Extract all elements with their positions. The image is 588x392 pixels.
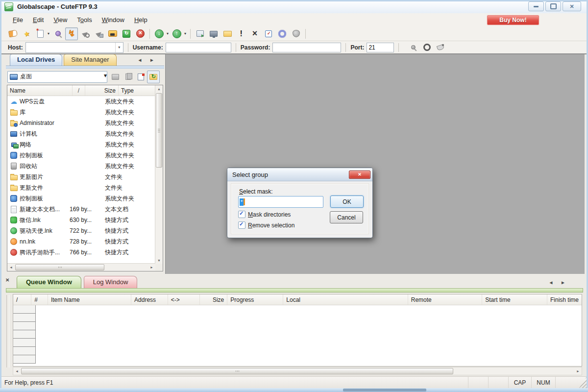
disconnect-button[interactable] bbox=[93, 27, 105, 40]
scrollbar-thumb[interactable] bbox=[156, 93, 162, 168]
queue-column-start-time[interactable]: Start time bbox=[482, 294, 547, 305]
scroll-right-icon[interactable] bbox=[574, 368, 582, 374]
dropdown-caret-icon[interactable] bbox=[48, 31, 49, 36]
column-sort[interactable]: / bbox=[73, 85, 85, 96]
ok-button[interactable]: OK bbox=[330, 196, 364, 208]
stop-button[interactable] bbox=[134, 27, 147, 40]
menu-edit[interactable]: Edit bbox=[28, 14, 49, 25]
file-row[interactable]: 微信.lnk 630 by... 快捷方式 bbox=[7, 215, 155, 225]
file-row[interactable]: 控制面板 系统文件夹 bbox=[7, 193, 155, 204]
dropdown-caret-icon[interactable] bbox=[184, 31, 186, 36]
host-combobox[interactable] bbox=[25, 42, 123, 53]
scroll-left-icon[interactable] bbox=[7, 264, 15, 270]
download-button[interactable] bbox=[153, 27, 166, 40]
properties-button[interactable] bbox=[262, 27, 275, 40]
queue-column-finish-time[interactable]: Finish time bbox=[547, 294, 582, 305]
delete-button[interactable] bbox=[248, 27, 261, 40]
tab-site-manager[interactable]: Site Manager bbox=[64, 54, 116, 66]
file-row[interactable]: 更新图片 文件夹 bbox=[7, 172, 155, 182]
column-name[interactable]: Name bbox=[7, 85, 73, 96]
file-row[interactable]: 腾讯手游助手... 766 by... 快捷方式 bbox=[7, 247, 155, 258]
password-field[interactable] bbox=[272, 43, 341, 52]
copy-button[interactable] bbox=[122, 71, 134, 83]
file-row[interactable]: nn.lnk 728 by... 快捷方式 bbox=[7, 236, 155, 247]
column-size[interactable]: Size bbox=[85, 85, 119, 96]
security-button[interactable] bbox=[290, 27, 302, 40]
dialog-title-bar[interactable]: Select group bbox=[227, 168, 372, 181]
tab-scroll-arrows[interactable] bbox=[137, 57, 157, 63]
dropdown-caret-icon[interactable] bbox=[167, 31, 169, 36]
tab-log-window[interactable]: Log Window bbox=[84, 276, 138, 288]
port-field[interactable] bbox=[367, 43, 394, 52]
abort-button[interactable] bbox=[420, 41, 433, 54]
panel-close-icon[interactable] bbox=[5, 277, 9, 283]
queue-column-size[interactable]: Size bbox=[200, 294, 227, 305]
remove-selection-checkbox[interactable] bbox=[238, 221, 245, 229]
buy-now-button[interactable]: Buy Now! bbox=[487, 15, 539, 25]
horizontal-scrollbar[interactable] bbox=[7, 263, 155, 271]
queue-column-remote[interactable]: Remote bbox=[408, 294, 482, 305]
vertical-scrollbar[interactable] bbox=[155, 85, 163, 264]
menu-help[interactable]: Help bbox=[129, 14, 152, 25]
queue-column--[interactable]: <-> bbox=[168, 294, 200, 305]
parent-folder-button[interactable] bbox=[109, 71, 122, 83]
scroll-up-icon[interactable] bbox=[155, 85, 163, 92]
file-row[interactable]: 回收站 系统文件夹 bbox=[7, 161, 155, 172]
file-row[interactable]: 计算机 系统文件夹 bbox=[7, 128, 155, 139]
connect-plug-button[interactable] bbox=[407, 41, 419, 54]
wizard-button[interactable] bbox=[20, 27, 33, 40]
queue-window-button[interactable] bbox=[194, 27, 206, 40]
splitter-handle[interactable] bbox=[6, 295, 9, 368]
horizontal-scrollbar[interactable] bbox=[13, 367, 582, 375]
new-site-button[interactable] bbox=[134, 71, 147, 83]
refresh-button[interactable] bbox=[120, 27, 133, 40]
browse-button[interactable] bbox=[434, 41, 447, 54]
file-row[interactable]: 控制面板 系统文件夹 bbox=[7, 150, 155, 161]
quick-connect-button[interactable] bbox=[65, 27, 78, 40]
queue-column-address[interactable]: Address bbox=[131, 294, 168, 305]
scrollbar-thumb[interactable] bbox=[15, 264, 104, 270]
priority-button[interactable] bbox=[235, 27, 247, 40]
resize-grip[interactable] bbox=[579, 377, 587, 388]
file-row[interactable]: 新建文本文档... 169 by... 文本文档 bbox=[7, 204, 155, 215]
file-row[interactable]: 更新文件 文件夹 bbox=[7, 182, 155, 193]
drive-combobox[interactable]: 桌面 bbox=[7, 71, 107, 83]
new-file-button[interactable] bbox=[34, 27, 47, 40]
file-row[interactable]: 库 系统文件夹 bbox=[7, 107, 155, 118]
scroll-down-icon[interactable] bbox=[155, 257, 163, 264]
file-row[interactable]: Administrator 系统文件夹 bbox=[7, 118, 155, 128]
chevron-down-icon[interactable] bbox=[115, 43, 123, 52]
mask-directories-checkbox[interactable] bbox=[238, 211, 245, 218]
file-row[interactable]: 驱动天使.lnk 722 by... 快捷方式 bbox=[7, 225, 155, 236]
connect-button[interactable] bbox=[51, 27, 64, 40]
site-properties-button[interactable] bbox=[106, 27, 119, 40]
tab-queue-window[interactable]: Queue Window bbox=[17, 276, 81, 288]
column-type[interactable]: Type bbox=[119, 85, 155, 96]
mask-input[interactable]: * bbox=[238, 196, 323, 208]
log-window-button[interactable] bbox=[207, 27, 220, 40]
maximize-button[interactable] bbox=[545, 1, 561, 11]
queue-column--[interactable]: / bbox=[13, 294, 31, 305]
close-button[interactable] bbox=[563, 1, 581, 11]
menu-view[interactable]: View bbox=[49, 14, 72, 25]
tab-scroll-arrows[interactable] bbox=[548, 280, 568, 285]
open-folder-button[interactable] bbox=[221, 27, 234, 40]
sync-button[interactable] bbox=[276, 27, 289, 40]
tutorial-button[interactable] bbox=[6, 27, 19, 40]
queue-column-item-name[interactable]: Item Name bbox=[48, 294, 131, 305]
queue-column-local[interactable]: Local bbox=[283, 294, 408, 305]
menu-window[interactable]: Window bbox=[97, 14, 129, 25]
reconnect-button[interactable] bbox=[79, 27, 92, 40]
menu-file[interactable]: File bbox=[8, 14, 28, 25]
chevron-down-icon[interactable] bbox=[104, 72, 107, 82]
scroll-right-icon[interactable] bbox=[148, 264, 155, 270]
username-field[interactable] bbox=[166, 43, 231, 52]
scroll-left-icon[interactable] bbox=[13, 368, 21, 374]
file-row[interactable]: ☁ WPS云盘 系统文件夹 bbox=[7, 96, 155, 107]
queue-column--[interactable]: # bbox=[31, 294, 48, 305]
refresh-view-button[interactable] bbox=[147, 71, 160, 83]
dialog-close-button[interactable] bbox=[349, 171, 370, 179]
menu-tools[interactable]: Tools bbox=[72, 14, 97, 25]
scrollbar-thumb[interactable] bbox=[21, 368, 453, 374]
queue-column-progress[interactable]: Progress bbox=[227, 294, 283, 305]
